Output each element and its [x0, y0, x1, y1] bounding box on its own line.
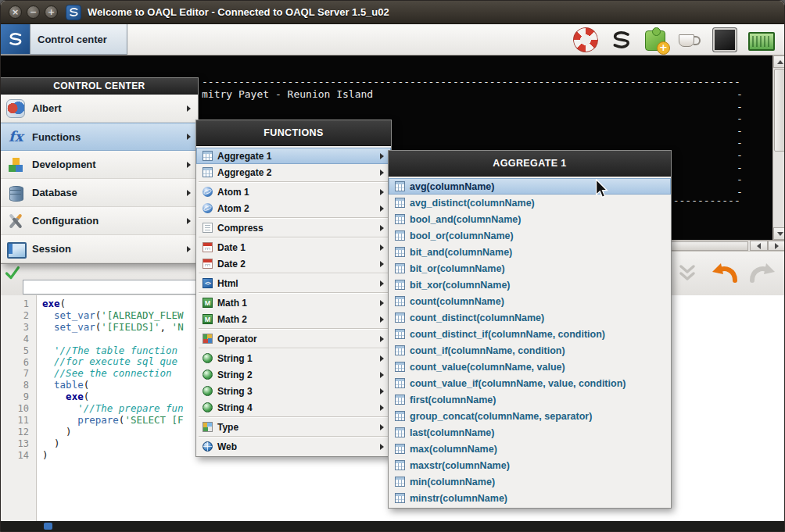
maximize-button[interactable]: +	[45, 5, 58, 19]
menu-item-first-columnname[interactable]: first(columnName)	[389, 391, 671, 408]
menu-item-avg-distinct-columnname[interactable]: avg_distinct(columnName)	[389, 195, 671, 211]
menu-item-label: String 1	[217, 353, 253, 364]
menu-item-compress[interactable]: Compress	[196, 220, 391, 236]
menu-separator	[196, 327, 391, 330]
menu-item-database[interactable]: Database	[1, 179, 198, 207]
help-lifebuoy-icon[interactable]	[573, 27, 598, 52]
table-icon	[395, 477, 405, 487]
table-icon	[395, 181, 405, 191]
submenu-arrow-icon	[380, 189, 384, 195]
menu-item-functions[interactable]: Functions	[1, 123, 198, 151]
menu-item-bit-xor-columnname[interactable]: bit_xor(columnName)	[389, 277, 671, 293]
menu-item-minstr-columnname[interactable]: minstr(columnName)	[389, 490, 671, 506]
menu-item-string-1[interactable]: String 1	[196, 350, 391, 366]
menu-item-count-value-if-columnname-value-condition[interactable]: count_value_if(columnName, value, condit…	[389, 375, 671, 391]
submenu-arrow-icon	[380, 225, 384, 231]
submenu-arrow-icon	[187, 134, 191, 140]
vertical-scroll-thumb[interactable]	[774, 69, 785, 152]
menu-item-label: bool_or(columnName)	[410, 230, 514, 241]
menu-item-string-4[interactable]: String 4	[196, 399, 391, 416]
menu-item-date-1[interactable]: Date 1	[196, 239, 391, 255]
close-button[interactable]: ×	[9, 5, 22, 19]
terminal-icon[interactable]	[712, 27, 737, 52]
menu-item-bool-and-columnname[interactable]: bool_and(columnName)	[389, 211, 671, 227]
menu-item-bit-and-columnname[interactable]: bit_and(columnName)	[389, 244, 671, 260]
control-center-button[interactable]: Control center	[1, 24, 127, 55]
memory-chip-icon[interactable]	[748, 32, 775, 51]
string-globe-icon	[203, 353, 213, 363]
scroll-left-button[interactable]	[750, 241, 768, 251]
menu-item-count-if-columnname-condition[interactable]: count_if(columnName, condition)	[389, 342, 671, 359]
menu-item-configuration[interactable]: Configuration	[1, 207, 198, 235]
menu-item-html[interactable]: Html	[196, 275, 391, 291]
menu-item-label: String 3	[217, 386, 253, 397]
menu-item-string-2[interactable]: String 2	[196, 366, 391, 383]
editor-gutter: 1234567891011121314	[1, 295, 37, 523]
redo-button[interactable]	[744, 256, 780, 291]
menu-item-label: bit_and(columnName)	[410, 247, 512, 258]
menu-item-aggregate-2[interactable]: Aggregate 2	[196, 164, 391, 180]
menu-item-label: Compress	[217, 223, 263, 234]
console-vertical-scrollbar[interactable]	[772, 55, 785, 240]
menu-item-development[interactable]: Development	[1, 151, 198, 179]
menu-item-min-columnname[interactable]: min(columnName)	[389, 473, 671, 490]
menu-item-math-2[interactable]: Math 2	[196, 311, 391, 327]
menu-separator	[196, 435, 391, 438]
menu-item-group-concat-columnname-separator[interactable]: group_concat(columnName, separator)	[389, 408, 671, 424]
menu-item-math-1[interactable]: Math 1	[196, 295, 391, 311]
calendar-icon	[203, 259, 213, 269]
scroll-down-button[interactable]	[773, 227, 785, 240]
line-number: 12	[1, 427, 36, 438]
menu-item-count-distinct-if-columnname-condition[interactable]: count_distinct_if(columnName, condition)	[389, 326, 671, 342]
table-icon	[395, 345, 405, 355]
development-blocks-icon	[6, 155, 25, 174]
plugin-add-icon[interactable]	[645, 30, 665, 51]
menu-item-count-columnname[interactable]: count(columnName)	[389, 293, 671, 309]
control-center-panel: CONTROL CENTER AlbertFunctionsDevelopmen…	[1, 77, 199, 264]
menu-item-web[interactable]: Web	[196, 438, 391, 455]
menu-item-session[interactable]: Session	[1, 235, 198, 263]
menu-item-maxstr-columnname[interactable]: maxstr(columnName)	[389, 457, 671, 473]
menu-item-operator[interactable]: Operator	[196, 330, 391, 347]
menu-item-bit-or-columnname[interactable]: bit_or(columnName)	[389, 260, 671, 277]
menu-item-label: Development	[32, 159, 96, 170]
oaql-logo-icon[interactable]	[609, 27, 634, 52]
menu-item-avg-columnname[interactable]: avg(columnName)	[389, 178, 671, 195]
editor-toolbar-field[interactable]	[23, 280, 199, 295]
line-number: 7	[1, 368, 36, 380]
menu-item-label: count_if(columnName, condition)	[410, 345, 565, 356]
menu-item-label: Type	[217, 422, 238, 433]
menu-item-atom-1[interactable]: Atom 1	[196, 184, 391, 200]
coffee-break-icon[interactable]	[676, 27, 701, 52]
menu-item-date-2[interactable]: Date 2	[196, 255, 391, 272]
oaql-logo-icon	[1, 24, 30, 54]
menu-item-aggregate-1[interactable]: Aggregate 1	[196, 148, 391, 164]
submenu-arrow-icon	[380, 336, 384, 342]
menu-item-label: count_value_if(columnName, value, condit…	[410, 378, 625, 389]
submenu-arrow-icon	[187, 246, 191, 252]
undo-button[interactable]	[707, 256, 742, 291]
menu-item-label: group_concat(columnName, separator)	[410, 411, 592, 422]
menu-item-label: Database	[32, 187, 77, 198]
menu-item-last-columnname[interactable]: last(columnName)	[389, 424, 671, 441]
line-number: 6	[1, 357, 36, 369]
menu-item-string-3[interactable]: String 3	[196, 383, 391, 399]
submenu-arrow-icon	[380, 170, 384, 176]
menu-item-count-distinct-columnname[interactable]: count_distinct(columnName)	[389, 309, 671, 326]
up-arrow-icon	[777, 60, 783, 64]
collapse-all-button[interactable]	[669, 256, 704, 291]
menu-item-count-value-columnname-value[interactable]: count_value(columnName, value)	[389, 359, 671, 375]
string-globe-icon	[203, 402, 213, 412]
menu-item-bool-or-columnname[interactable]: bool_or(columnName)	[389, 227, 671, 244]
menu-item-type[interactable]: Type	[196, 419, 391, 435]
control-center-panel-title: CONTROL CENTER	[1, 78, 198, 95]
minimize-button[interactable]: −	[27, 5, 40, 19]
scroll-up-button[interactable]	[773, 55, 785, 68]
web-globe-icon	[203, 441, 213, 452]
menu-item-albert[interactable]: Albert	[1, 95, 198, 123]
menu-item-max-columnname[interactable]: max(columnName)	[389, 441, 671, 457]
scroll-right-button[interactable]	[768, 241, 785, 251]
menu-separator	[196, 180, 391, 184]
menu-item-atom-2[interactable]: Atom 2	[196, 200, 391, 216]
console-dashed-line-top: ----------------------------------------…	[202, 76, 740, 88]
